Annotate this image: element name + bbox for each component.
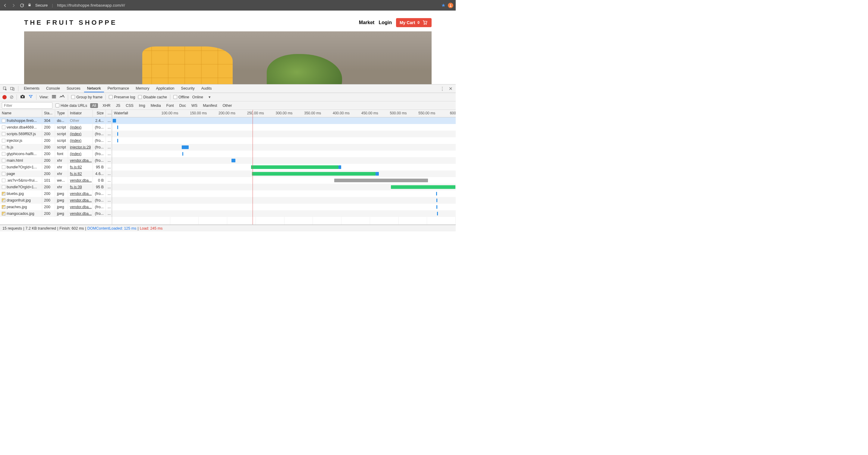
- devtools-tab-console[interactable]: Console: [43, 85, 63, 92]
- request-initiator[interactable]: injector.js:29: [70, 145, 91, 149]
- table-row[interactable]: dragonfruit.jpg200jpegvendor.dba...(fro.…: [0, 197, 112, 204]
- table-row[interactable]: fruitshoppe.fireb...304do...Other2.4....…: [0, 117, 112, 124]
- table-row[interactable]: mangocados.jpg200jpegvendor.dba...(fro..…: [0, 210, 112, 217]
- request-initiator[interactable]: fs.js:39: [70, 185, 82, 189]
- filter-type-manifest[interactable]: Manifest: [202, 103, 218, 108]
- waterfall-row[interactable]: [112, 144, 456, 150]
- col-size[interactable]: Size: [93, 110, 106, 117]
- waterfall-row[interactable]: [112, 164, 456, 170]
- hide-data-urls-checkbox[interactable]: Hide data URLs: [56, 104, 87, 108]
- overview-icon[interactable]: [59, 95, 65, 99]
- record-button[interactable]: [2, 95, 7, 99]
- waterfall-row[interactable]: [112, 210, 456, 217]
- waterfall-row[interactable]: [112, 157, 456, 164]
- filter-type-all[interactable]: All: [90, 103, 98, 108]
- table-row[interactable]: vendor.dba4669...200script(index)(fro...…: [0, 124, 112, 131]
- large-rows-icon[interactable]: [52, 95, 56, 99]
- request-initiator[interactable]: vendor.dba...: [70, 205, 92, 209]
- table-row[interactable]: bluebs.jpg200jpegvendor.dba...(fro......: [0, 190, 112, 197]
- request-initiator[interactable]: fs.js:82: [70, 165, 82, 169]
- request-initiator[interactable]: (index): [70, 125, 82, 130]
- filter-type-ws[interactable]: WS: [190, 103, 198, 108]
- filter-input[interactable]: [2, 102, 53, 109]
- request-initiator[interactable]: (index): [70, 132, 82, 136]
- table-row[interactable]: glyphicons-halfli...200font(index)(fro..…: [0, 150, 112, 157]
- back-button[interactable]: [2, 3, 8, 8]
- screenshot-icon[interactable]: [20, 94, 25, 99]
- waterfall-row[interactable]: [112, 177, 456, 184]
- filter-type-xhr[interactable]: XHR: [101, 103, 111, 108]
- filter-type-js[interactable]: JS: [115, 103, 121, 108]
- nav-login-link[interactable]: Login: [378, 20, 392, 25]
- inspect-icon[interactable]: [2, 85, 8, 92]
- table-row[interactable]: .ws?v=5&ns=frui...101we...vendor.dba...0…: [0, 177, 112, 184]
- devtools-tab-memory[interactable]: Memory: [133, 85, 152, 92]
- waterfall-row[interactable]: [112, 117, 456, 124]
- waterfall-row[interactable]: [112, 197, 456, 204]
- filter-type-doc[interactable]: Doc: [179, 103, 187, 108]
- filter-type-media[interactable]: Media: [150, 103, 162, 108]
- table-row[interactable]: scripts.569ff92f.js200script(index)(fro.…: [0, 131, 112, 137]
- devtools-tab-elements[interactable]: Elements: [21, 85, 42, 92]
- waterfall-row[interactable]: [112, 150, 456, 157]
- offline-checkbox[interactable]: Offline: [173, 95, 189, 99]
- brand-logo[interactable]: THE FRUIT SHOPPE: [24, 19, 117, 27]
- request-size: (fro...: [93, 204, 106, 210]
- nav-market-link[interactable]: Market: [359, 20, 375, 25]
- filter-type-other[interactable]: Other: [221, 103, 233, 108]
- waterfall-row[interactable]: [112, 190, 456, 197]
- waterfall-row[interactable]: [112, 184, 456, 190]
- col-type[interactable]: Type: [55, 110, 68, 117]
- request-initiator[interactable]: vendor.dba...: [70, 159, 92, 163]
- url[interactable]: https://fruitshoppe.firebaseapp.com/#/: [57, 3, 438, 7]
- waterfall-pane[interactable]: Waterfall 100.00 ms150.00 ms200.00 ms250…: [112, 110, 456, 225]
- my-cart-button[interactable]: My Cart 0: [396, 18, 432, 27]
- filter-icon[interactable]: [28, 94, 33, 99]
- table-row[interactable]: peaches.jpg200jpegvendor.dba...(fro.....…: [0, 204, 112, 210]
- request-initiator[interactable]: vendor.dba...: [70, 178, 92, 182]
- devtools-tab-security[interactable]: Security: [178, 85, 198, 92]
- waterfall-row[interactable]: [112, 204, 456, 210]
- table-row[interactable]: main.html200xhrvendor.dba...(fro......: [0, 157, 112, 164]
- request-initiator[interactable]: fs.js:82: [70, 172, 82, 176]
- waterfall-row[interactable]: [112, 131, 456, 137]
- col-status[interactable]: Sta...: [42, 110, 55, 117]
- devtools-close-icon[interactable]: ✕: [447, 86, 454, 91]
- devtools-menu-icon[interactable]: ⋮: [439, 86, 446, 91]
- filter-type-font[interactable]: Font: [165, 103, 175, 108]
- request-initiator[interactable]: vendor.dba...: [70, 192, 92, 196]
- bookmark-star-icon[interactable]: ★: [441, 2, 445, 8]
- filter-type-img[interactable]: Img: [138, 103, 146, 108]
- waterfall-row[interactable]: [112, 137, 456, 144]
- col-initiator[interactable]: Initiator: [68, 110, 93, 117]
- devtools-tab-application[interactable]: Application: [153, 85, 177, 92]
- filter-type-css[interactable]: CSS: [125, 103, 134, 108]
- group-by-frame-checkbox[interactable]: Group by frame: [71, 95, 102, 99]
- clear-button[interactable]: ⊘: [10, 94, 13, 100]
- devtools-tab-sources[interactable]: Sources: [64, 85, 84, 92]
- throttling-select[interactable]: Online ▾: [192, 95, 211, 99]
- request-initiator[interactable]: (index): [70, 139, 82, 143]
- reload-button[interactable]: [19, 3, 25, 8]
- table-row[interactable]: bundle?OrgId=1...200xhrfs.js:3995 B...: [0, 184, 112, 190]
- profile-avatar-icon[interactable]: [448, 3, 453, 8]
- request-initiator[interactable]: vendor.dba...: [70, 211, 92, 216]
- request-initiator[interactable]: vendor.dba...: [70, 198, 92, 202]
- devtools-tab-performance[interactable]: Performance: [104, 85, 132, 92]
- waterfall-header[interactable]: Waterfall 100.00 ms150.00 ms200.00 ms250…: [112, 110, 456, 117]
- device-toolbar-icon[interactable]: [9, 85, 16, 92]
- disable-cache-checkbox[interactable]: Disable cache: [138, 95, 167, 99]
- waterfall-row[interactable]: [112, 124, 456, 131]
- col-name[interactable]: Name: [0, 110, 42, 117]
- preserve-log-checkbox[interactable]: Preserve log: [109, 95, 135, 99]
- devtools-tab-network[interactable]: Network: [84, 85, 104, 92]
- col-dash[interactable]: ...: [106, 110, 112, 117]
- table-row[interactable]: page200xhrfs.js:824.6......: [0, 170, 112, 177]
- forward-button[interactable]: [11, 3, 16, 8]
- table-row[interactable]: bundle?OrgId=1...200xhrfs.js:8295 B...: [0, 164, 112, 170]
- table-row[interactable]: injector.js200script(index)(fro......: [0, 137, 112, 144]
- waterfall-row[interactable]: [112, 170, 456, 177]
- table-row[interactable]: fs.js200scriptinjector.js:29(fro......: [0, 144, 112, 150]
- request-initiator[interactable]: (index): [70, 152, 82, 156]
- devtools-tab-audits[interactable]: Audits: [198, 85, 215, 92]
